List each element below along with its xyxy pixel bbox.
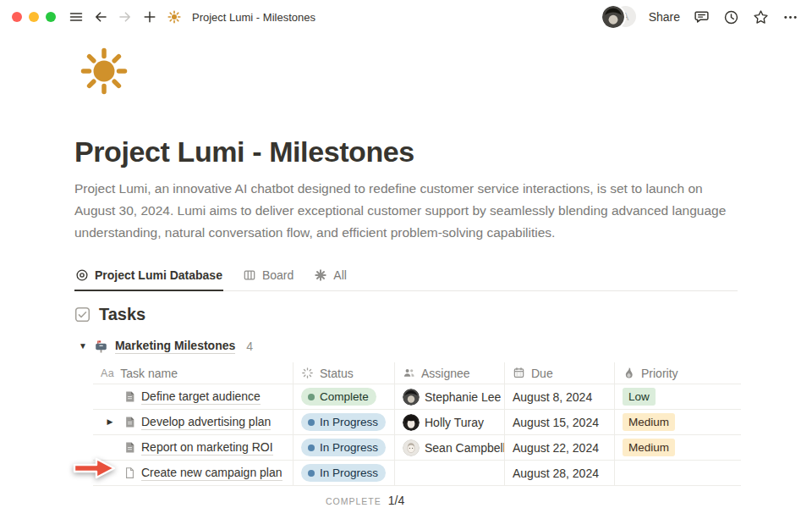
flame-icon bbox=[623, 367, 635, 379]
table-row: Report on marketing ROI In Progress Sean… bbox=[93, 435, 741, 461]
column-header-due[interactable]: Due bbox=[505, 362, 615, 384]
page-icon bbox=[123, 441, 136, 454]
traffic-lights bbox=[12, 12, 56, 22]
tasks-section-heading: Tasks bbox=[74, 302, 738, 326]
group-count: 4 bbox=[246, 340, 253, 353]
expand-subtasks-icon[interactable]: ▶ bbox=[107, 418, 113, 426]
sidebar-toggle-icon[interactable] bbox=[68, 8, 85, 25]
page-icon bbox=[123, 390, 136, 403]
task-title-link[interactable]: Define target audience bbox=[141, 389, 261, 405]
calc-value: 1/4 bbox=[388, 494, 404, 507]
priority-badge: Medium bbox=[623, 439, 675, 456]
mailbox-icon bbox=[94, 340, 108, 354]
column-header-priority[interactable]: Priority bbox=[615, 362, 741, 384]
column-header-status[interactable]: Status bbox=[294, 362, 395, 384]
user-avatar bbox=[602, 6, 624, 28]
column-header-assignee[interactable]: Assignee bbox=[395, 362, 505, 384]
status-cell[interactable]: Complete bbox=[294, 384, 395, 409]
history-clock-icon[interactable] bbox=[722, 8, 739, 25]
assignee-cell[interactable]: Sean Campbell bbox=[395, 435, 505, 460]
tasks-heading-label: Tasks bbox=[99, 305, 145, 324]
priority-badge: Low bbox=[623, 388, 656, 406]
status-burst-icon bbox=[301, 367, 314, 379]
status-badge: Complete bbox=[301, 388, 376, 406]
close-window-button[interactable] bbox=[12, 12, 22, 22]
task-name-cell[interactable]: Define target audience bbox=[93, 384, 294, 409]
page-icon bbox=[123, 416, 136, 428]
due-cell[interactable]: August 8, 2024 bbox=[505, 384, 615, 409]
table-footer-calculation[interactable]: COMPLETE 1/4 bbox=[93, 494, 741, 507]
back-icon[interactable] bbox=[92, 8, 109, 25]
assignee-avatar bbox=[403, 439, 420, 456]
minimize-window-button[interactable] bbox=[29, 12, 39, 22]
board-icon bbox=[243, 268, 256, 282]
spark-icon bbox=[314, 268, 327, 282]
tab-label: All bbox=[333, 268, 347, 282]
tab-board[interactable]: Board bbox=[242, 264, 294, 291]
share-button[interactable]: Share bbox=[649, 10, 680, 24]
due-cell[interactable]: August 22, 2024 bbox=[505, 435, 615, 460]
status-badge: In Progress bbox=[301, 413, 386, 431]
target-icon bbox=[75, 268, 89, 282]
collapse-toggle-icon[interactable]: ▼ bbox=[79, 342, 87, 351]
tab-project-lumi-database[interactable]: Project Lumi Database bbox=[74, 264, 223, 291]
due-cell[interactable]: August 15, 2024 bbox=[505, 410, 615, 434]
priority-badge: Medium bbox=[623, 413, 675, 431]
assignee-avatar bbox=[403, 389, 420, 406]
assignee-cell[interactable] bbox=[395, 461, 505, 485]
forward-icon[interactable] bbox=[117, 8, 134, 25]
people-icon bbox=[403, 367, 415, 379]
status-cell[interactable]: In Progress bbox=[294, 410, 395, 434]
calendar-icon bbox=[513, 367, 525, 379]
table-row: Create new campaign plan In Progress Aug… bbox=[93, 461, 741, 486]
status-dot-icon bbox=[308, 419, 315, 426]
group-row: ▼ Marketing Milestones 4 bbox=[79, 338, 738, 355]
status-badge: In Progress bbox=[301, 439, 386, 456]
task-name-cell[interactable]: Report on marketing ROI bbox=[93, 435, 294, 460]
todo-checkbox-icon bbox=[74, 306, 91, 323]
task-name-cell[interactable]: ▶ Develop advertising plan bbox=[93, 410, 294, 434]
favorite-star-icon[interactable] bbox=[752, 8, 769, 25]
status-cell[interactable]: In Progress bbox=[294, 435, 395, 460]
tab-label: Board bbox=[262, 268, 294, 282]
new-tab-icon[interactable] bbox=[141, 8, 158, 25]
task-name-cell[interactable]: Create new campaign plan bbox=[93, 461, 294, 485]
priority-cell[interactable] bbox=[615, 461, 741, 485]
column-header-task-name[interactable]: Aa Task name bbox=[93, 362, 294, 384]
text-icon: Aa bbox=[101, 367, 114, 379]
notion-window: Project Lumi - Milestones A Share bbox=[0, 0, 812, 508]
page-sun-icon[interactable] bbox=[80, 47, 128, 95]
pointer-arrow-annotation bbox=[71, 456, 118, 481]
tab-label: Project Lumi Database bbox=[95, 268, 222, 282]
assignee-cell[interactable]: Holly Turay bbox=[395, 410, 505, 434]
priority-cell[interactable]: Medium bbox=[615, 410, 741, 434]
status-dot-icon bbox=[308, 444, 315, 451]
page-sun-icon-small bbox=[166, 8, 183, 25]
assignee-cell[interactable]: Stephanie Lee bbox=[395, 384, 505, 409]
status-badge: In Progress bbox=[301, 464, 386, 482]
task-title-link[interactable]: Create new campaign plan bbox=[141, 466, 283, 481]
view-tabs: Project Lumi Database Board All bbox=[74, 264, 738, 291]
group-title-link[interactable]: Marketing Milestones bbox=[115, 339, 235, 354]
priority-cell[interactable]: Medium bbox=[615, 435, 741, 460]
page-title: Project Lumi - Milestones bbox=[74, 134, 738, 169]
titlebar: Project Lumi - Milestones A Share bbox=[0, 0, 812, 34]
page-outline-icon bbox=[123, 467, 136, 479]
tab-all[interactable]: All bbox=[313, 264, 348, 291]
priority-cell[interactable]: Low bbox=[615, 384, 741, 409]
avatar-stack[interactable]: A bbox=[602, 6, 636, 28]
more-ellipsis-icon[interactable] bbox=[782, 8, 798, 25]
task-title-link[interactable]: Develop advertising plan bbox=[141, 415, 271, 430]
table-row: ▶ Develop advertising plan In Progress H… bbox=[93, 410, 741, 435]
status-dot-icon bbox=[308, 470, 315, 477]
table-row: Define target audience Complete Stephani… bbox=[93, 384, 741, 410]
task-title-link[interactable]: Report on marketing ROI bbox=[141, 440, 273, 456]
status-cell[interactable]: In Progress bbox=[294, 461, 395, 485]
assignee-avatar bbox=[403, 414, 420, 431]
comments-icon[interactable] bbox=[693, 8, 710, 25]
page-description: Project Lumi, an innovative AI chatbot d… bbox=[74, 178, 738, 244]
breadcrumb[interactable]: Project Lumi - Milestones bbox=[192, 11, 315, 24]
due-cell[interactable]: August 28, 2024 bbox=[505, 461, 615, 485]
zoom-window-button[interactable] bbox=[46, 12, 56, 22]
calc-label: COMPLETE bbox=[326, 496, 381, 506]
